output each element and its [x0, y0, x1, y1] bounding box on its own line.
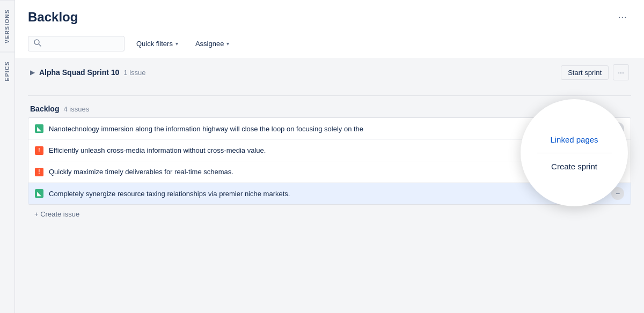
page-header: Backlog ··· [15, 0, 644, 32]
issue-text[interactable]: Efficiently unleash cross-media informat… [49, 146, 579, 154]
quick-filters-button[interactable]: Quick filters ▾ [131, 36, 184, 51]
assignee-label: Assignee [195, 40, 224, 48]
sprint-issue-count: 1 issue [123, 69, 145, 77]
quick-filters-chevron-icon: ▾ [175, 41, 178, 47]
side-tabs: VERSIONS EPICS [0, 0, 15, 313]
issue-text[interactable]: Nanotechnology immersion along the infor… [49, 125, 561, 133]
backlog-issue-count: 4 issues [63, 105, 89, 113]
search-icon [34, 39, 41, 48]
sprint-name: Alpha Squad Sprint 10 [39, 68, 119, 77]
sprint-section: ▶ Alpha Squad Sprint 10 1 issue Start sp… [28, 58, 631, 89]
issue-type-bug-icon: ! [35, 146, 43, 155]
assignee-chevron-icon: ▾ [226, 41, 229, 47]
svg-point-0 [34, 40, 39, 44]
issue-text[interactable]: Quickly maximize timely deliverables for… [49, 168, 579, 176]
sprint-header-left: ▶ Alpha Squad Sprint 10 1 issue [30, 68, 146, 77]
create-issue-button[interactable]: + Create issue [28, 205, 631, 223]
backlog-title: Backlog [30, 105, 59, 113]
assignee-button[interactable]: Assignee ▾ [190, 36, 235, 51]
context-menu-inner: Linked pages Create sprint [537, 135, 612, 171]
page-title: Backlog [28, 10, 78, 25]
quick-filters-label: Quick filters [136, 40, 173, 48]
toolbar: Quick filters ▾ Assignee ▾ [15, 32, 644, 58]
start-sprint-button[interactable]: Start sprint [561, 65, 609, 80]
section-divider [28, 95, 631, 96]
context-menu: Linked pages Create sprint [521, 99, 628, 206]
svg-line-1 [39, 44, 41, 47]
header-more-button[interactable]: ··· [613, 9, 631, 25]
sprint-more-button[interactable]: ··· [613, 64, 629, 80]
sprint-expand-icon[interactable]: ▶ [30, 69, 35, 76]
search-box[interactable] [28, 36, 125, 51]
sprint-header-right: Start sprint ··· [561, 64, 629, 80]
linked-pages-menu-item[interactable]: Linked pages [550, 135, 598, 144]
create-sprint-menu-item[interactable]: Create sprint [551, 162, 597, 171]
issue-type-story-icon: ◣ [35, 189, 43, 198]
sidebar-item-epics[interactable]: EPICS [0, 52, 14, 90]
issue-type-story-icon: ◣ [35, 124, 43, 133]
issue-text[interactable]: Completely synergize resource taxing rel… [49, 190, 567, 198]
sprint-header: ▶ Alpha Squad Sprint 10 1 issue Start sp… [28, 64, 631, 80]
menu-separator [537, 153, 612, 153]
search-input[interactable] [45, 40, 120, 48]
sidebar-item-versions[interactable]: VERSIONS [0, 0, 14, 52]
issue-type-bug-icon: ! [35, 168, 43, 176]
